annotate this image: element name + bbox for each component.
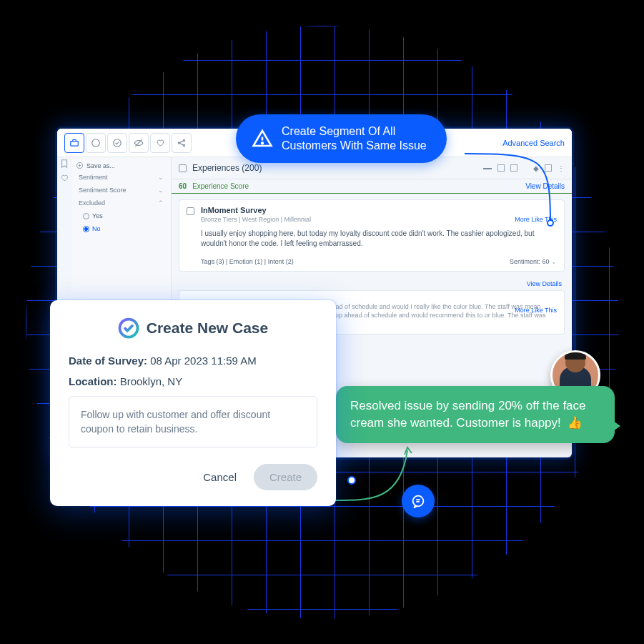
location-field: Location: Brooklyn, NY [69,375,317,387]
svg-point-1 [92,139,100,147]
card-tags: Tags (3) | Emotion (1) | Intent (2) [201,258,294,265]
tool-chat-icon[interactable] [86,133,106,153]
experiences-title: Experiences (200) [192,163,262,173]
excluded-yes[interactable]: Yes [76,211,167,221]
note-textarea[interactable]: Follow up with customer and offer discou… [69,396,317,448]
view-details-link-2[interactable]: View Details [172,277,572,290]
chat-icon [410,493,426,509]
filter-excluded[interactable]: Excluded⌃ [76,198,167,208]
card-title: InMoment Survey [201,206,557,214]
heart-icon[interactable] [59,173,69,183]
svg-point-13 [262,142,263,144]
warning-icon [252,128,273,149]
create-case-modal: Create New Case Date of Survey: 08 Apr 2… [50,300,336,506]
card-meta: Bronze Tiers | West Region | Millennial [201,216,557,223]
experience-card-1[interactable]: InMoment Survey Bronze Tiers | West Regi… [179,199,565,272]
check-badge-icon [118,317,139,339]
filter-sentiment[interactable]: Sentiment⌄ [76,172,167,182]
more-like-this-link-2[interactable]: More Like This [515,307,557,314]
create-button[interactable]: Create [254,464,317,490]
cancel-button[interactable]: Cancel [203,471,237,483]
tool-heart-icon[interactable] [150,133,170,153]
tool-check-icon[interactable] [107,133,127,153]
excluded-no[interactable]: No [76,224,167,234]
chat-text: Resolved issue by sending 20% off the fa… [350,399,586,430]
card-checkbox[interactable] [187,207,194,215]
view-tools[interactable]: ◆ ⋮ [483,164,565,172]
view-line-icon[interactable] [483,168,492,169]
date-field: Date of Survey: 08 Apr 2023 11:59 AM [69,355,317,367]
select-all-checkbox[interactable] [179,164,187,172]
view-list-icon[interactable] [510,164,517,172]
svg-rect-0 [71,141,79,145]
svg-point-4 [178,142,179,143]
svg-point-5 [183,139,184,141]
tool-eyeoff-icon[interactable] [129,133,149,153]
chat-bubble: Resolved issue by sending 20% off the fa… [336,386,615,443]
score-value: 60 [179,182,187,190]
filter-sentiment-score[interactable]: Sentiment Score⌄ [76,185,167,195]
segment-pill[interactable]: Create Segment Of All Customers With Sam… [236,114,447,163]
svg-line-7 [180,141,184,142]
svg-line-8 [180,143,184,144]
bookmark-icon[interactable] [59,159,69,169]
modal-title: Create New Case [147,319,268,337]
experience-score-bar: 60 Experience Score View Details [172,179,572,194]
score-label: Experience Score [192,182,249,190]
tool-share-icon[interactable] [172,133,192,153]
thumbs-up-icon: 👍 [567,414,583,432]
card-sentiment: Sentiment: 60 ⌄ [510,258,557,265]
advanced-search-link[interactable]: Advanced Search [502,139,565,147]
view-card-icon[interactable] [497,164,505,172]
more-icon[interactable]: ⋮ [558,164,565,172]
more-like-this-link[interactable]: More Like This [515,216,557,223]
tool-briefcase-icon[interactable] [64,133,84,153]
tag-icon[interactable]: ◆ [533,164,539,172]
chat-fab[interactable] [402,485,435,517]
svg-point-6 [183,144,184,146]
svg-point-2 [114,139,122,147]
save-as-button[interactable]: Save as... [76,162,167,169]
card-body: I usually enjoy shopping here, but today… [201,229,550,248]
view-details-link[interactable]: View Details [525,182,565,190]
pill-text: Create Segment Of All Customers With Sam… [282,124,427,153]
grid-icon[interactable] [545,164,552,172]
